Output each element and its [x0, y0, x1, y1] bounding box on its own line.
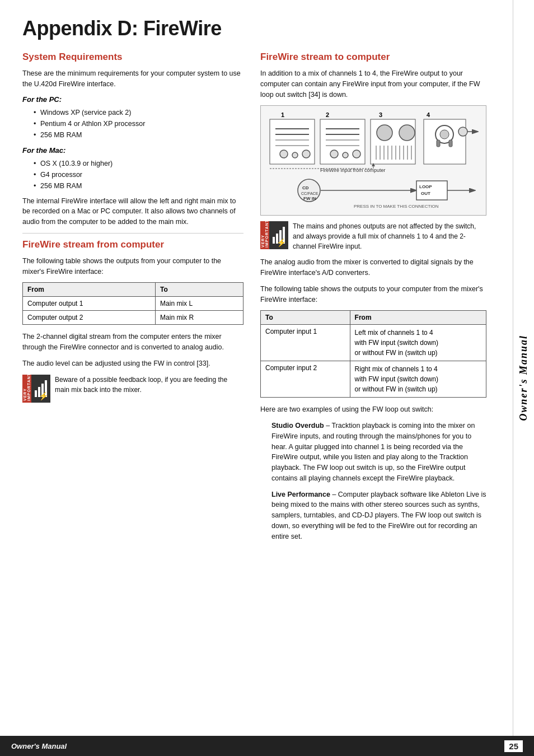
footer-label: Owner's Manual — [11, 742, 67, 750]
warning-text-left: Beware of a possible feedback loop, if y… — [55, 375, 243, 395]
diagram-svg: 1 2 3 4 — [264, 109, 483, 210]
press-label: PRESS IN TO MAKE THIS CONNECTION — [354, 204, 439, 209]
page-title: Appendix D: FireWire — [22, 17, 486, 40]
section-heading-fw-from: FireWire stream from computer — [22, 239, 243, 250]
table-row: Computer output 2 Main mix R — [23, 311, 243, 325]
svg-point-13 — [330, 150, 338, 158]
svg-point-31 — [440, 130, 449, 139]
list-item: OS X (10.3.9 or higher) — [34, 158, 243, 169]
for-pc-label: For the PC: — [22, 95, 243, 104]
svg-point-34 — [458, 127, 467, 136]
fw-to-body4: Here are two examples of using the FW lo… — [260, 404, 486, 415]
ch3-label: 3 — [379, 111, 382, 118]
table-row: Computer output 1 Main mix L — [23, 297, 243, 311]
list-item: Windows XP (service pack 2) — [34, 107, 243, 118]
fw-to-table: To From Computer input 1 Left mix of cha… — [260, 310, 486, 398]
svg-rect-32 — [437, 140, 440, 147]
fw-to-body2: The analog audio from the mixer is conve… — [260, 257, 486, 278]
example-2-label: Live Performance — [271, 491, 330, 498]
table-cell-input2: Computer input 2 — [261, 361, 350, 398]
svg-point-5 — [280, 150, 288, 158]
svg-text:OUT: OUT — [421, 191, 430, 196]
for-mac-list: OS X (10.3.9 or higher) G4 processor 256… — [34, 158, 243, 192]
for-pc-list: Windows XP (service pack 2) Pentium 4 or… — [34, 107, 243, 141]
fw-to-body3: The following table shows the outputs to… — [260, 284, 486, 305]
fw-from-table: From To Computer output 1 Main mix L Com… — [22, 282, 243, 325]
examples-list: Studio Overdub – Tracktion playback is c… — [271, 421, 486, 542]
svg-point-14 — [343, 152, 348, 158]
example-1-text: – Tracktion playback is coming into the … — [271, 422, 475, 482]
svg-point-17 — [377, 125, 392, 141]
page-number: 25 — [504, 740, 523, 752]
divider — [22, 233, 243, 234]
warning-box-right: VERY IMPORTANT ⚡ The mains and phones ou… — [260, 221, 486, 251]
svg-rect-33 — [449, 140, 452, 147]
warning-text-right: The mains and phones outputs are not aff… — [293, 221, 486, 251]
svg-point-6 — [292, 152, 298, 158]
svg-point-7 — [302, 150, 310, 158]
main-content: Appendix D: FireWire System Requirements… — [22, 17, 486, 547]
svg-point-18 — [399, 125, 415, 141]
table-cell-input1: Computer input 1 — [261, 325, 350, 361]
table-row: Computer input 2 Right mix of channels 1… — [261, 361, 486, 398]
table-cell-desc2: Right mix of channels 1 to 4with FW inpu… — [350, 361, 486, 398]
bottom-bar: Owner's Manual 25 — [0, 736, 534, 756]
table-cell: Computer output 2 — [23, 311, 156, 325]
section-heading-sysreq: System Requirements — [22, 52, 243, 63]
ch2-label: 2 — [326, 111, 329, 118]
table-header-to: To — [156, 283, 243, 297]
sidebar-label: Owner's Manual — [513, 0, 534, 756]
lightning-icon-right: ⚡ — [277, 238, 286, 247]
sysreq-body1: The internal FireWire interface will all… — [22, 196, 243, 227]
warning-icon-left: VERY IMPORTANT ⚡ — [22, 375, 50, 403]
firewire-diagram: 1 2 3 4 — [260, 105, 486, 216]
table-cell: Main mix L — [156, 297, 243, 311]
page-container: Owner's Manual Appendix D: FireWire Syst… — [0, 0, 534, 756]
table-header-to: To — [261, 311, 350, 325]
example-2: Live Performance – Computer playback sof… — [271, 489, 486, 542]
svg-point-15 — [353, 150, 360, 158]
list-item: G4 processor — [34, 169, 243, 180]
svg-text:LOOP: LOOP — [419, 184, 432, 189]
ch4-label: 4 — [427, 111, 430, 118]
section-heading-fw-to: FireWire stream to computer — [260, 52, 486, 63]
example-1: Studio Overdub – Tracktion playback is c… — [271, 421, 486, 484]
for-mac-label: For the Mac: — [22, 146, 243, 155]
left-column: System Requirements These are the minimu… — [22, 52, 243, 547]
table-header-from: From — [23, 283, 156, 297]
fw-from-body2: The 2-channel digital stream from the co… — [22, 332, 243, 353]
fw-from-intro: The following table shows the outputs fr… — [22, 256, 243, 277]
right-column: FireWire stream to computer In addition … — [260, 52, 486, 547]
table-cell-desc1: Left mix of channels 1 to 4with FW input… — [350, 325, 486, 361]
list-item: 256 MB RAM — [34, 180, 243, 192]
table-cell: Main mix R — [156, 311, 243, 325]
table-cell: Computer output 1 — [23, 297, 156, 311]
lightning-icon: ⚡ — [39, 391, 48, 400]
fw-from-body3: The audio level can be adjusted using th… — [22, 358, 243, 369]
svg-text:CD: CD — [302, 185, 309, 190]
important-label-right: VERY IMPORTANT — [260, 221, 269, 249]
bar1 — [35, 390, 37, 397]
columns-layout: System Requirements These are the minimu… — [22, 52, 486, 547]
list-item: 256 MB RAM — [34, 129, 243, 141]
svg-text:CC/FACE: CC/FACE — [301, 192, 318, 195]
fw-to-intro: In addition to a mix of channels 1 to 4,… — [260, 68, 486, 100]
sidebar-text: Owner's Manual — [518, 335, 530, 421]
table-row: Computer input 1 Left mix of channels 1 … — [261, 325, 486, 361]
bar1 — [273, 237, 275, 244]
warning-box-left: VERY IMPORTANT ⚡ Beware of a possible fe… — [22, 375, 243, 403]
svg-text:FW IN: FW IN — [303, 196, 316, 201]
example-1-label: Studio Overdub — [271, 422, 324, 430]
important-label: VERY IMPORTANT — [22, 375, 31, 403]
ch1-label: 1 — [281, 111, 284, 118]
table-header-from: From — [350, 311, 486, 325]
warning-icon-right: VERY IMPORTANT ⚡ — [260, 221, 288, 249]
list-item: Pentium 4 or Athlon XP processor — [34, 118, 243, 129]
sysreq-intro: These are the minimum requirements for y… — [22, 68, 243, 90]
